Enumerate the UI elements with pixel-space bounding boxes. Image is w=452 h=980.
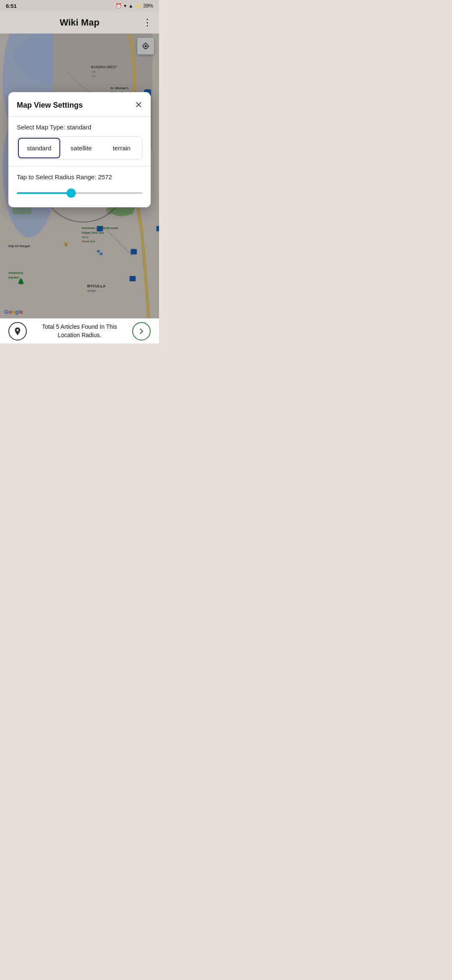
location-pin-icon — [13, 327, 22, 336]
map-type-satellite-button[interactable]: satellite — [61, 137, 102, 159]
modal-top-divider — [8, 116, 151, 117]
chevron-right-icon — [137, 327, 146, 336]
modal-close-button[interactable]: ✕ — [135, 101, 142, 110]
map-type-terrain-button[interactable]: terrain — [101, 137, 142, 159]
map-settings-modal: Map View Settings ✕ Select Map Type: sta… — [8, 92, 151, 207]
next-button[interactable] — [132, 322, 151, 340]
radius-label: Tap to Select Radius Range: 2572 — [17, 173, 142, 181]
status-time: 6:51 — [6, 3, 17, 9]
articles-found-text: Total 5 Articles Found In This Location … — [27, 323, 132, 339]
bottom-location-button[interactable] — [8, 322, 27, 340]
menu-button[interactable]: ⋮ — [143, 17, 152, 28]
status-bar: 6:51 ⏰ ▾ ▲ ⚡ 39% — [0, 0, 159, 12]
modal-overlay: Map View Settings ✕ Select Map Type: sta… — [0, 34, 159, 318]
modal-middle-divider — [8, 166, 151, 167]
bottom-bar: Total 5 Articles Found In This Location … — [0, 318, 159, 343]
modal-header: Map View Settings ✕ — [17, 101, 142, 110]
battery-icon: ⚡ 39% — [136, 3, 153, 9]
map-type-standard-button[interactable]: standard — [18, 138, 60, 158]
map-type-label: Select Map Type: standard — [17, 124, 142, 131]
map-type-selector: standard satellite terrain — [17, 137, 142, 160]
radius-slider[interactable] — [17, 192, 142, 194]
app-title: Wiki Map — [59, 17, 99, 28]
modal-title: Map View Settings — [17, 101, 83, 110]
wifi-icon: ▾ — [124, 3, 126, 9]
slider-wrapper — [17, 186, 142, 199]
status-icons: ⏰ ▾ ▲ ⚡ 39% — [116, 3, 153, 9]
signal-icon: ▲ — [128, 3, 134, 9]
app-bar: Wiki Map ⋮ — [0, 12, 159, 34]
alarm-icon: ⏰ — [116, 3, 122, 9]
